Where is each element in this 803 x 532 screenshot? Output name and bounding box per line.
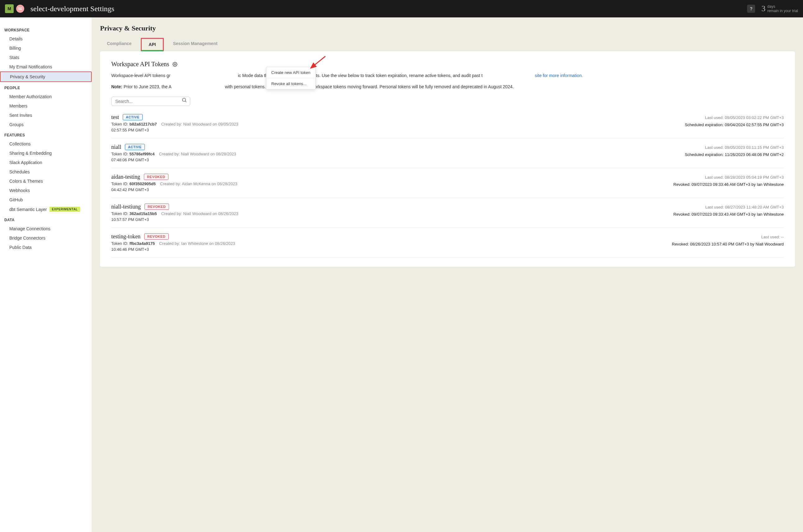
- sidebar-item-label: Manage Connections: [9, 226, 50, 231]
- status-badge: ACTIVE: [123, 114, 142, 120]
- sidebar-item-label: Billing: [9, 46, 21, 51]
- token-row[interactable]: aidan-testingREVOKEDToken ID: 60f3502905…: [111, 168, 784, 198]
- sidebar-item[interactable]: Slack Application: [0, 158, 92, 167]
- sidebar-item-label: Sent Invites: [9, 113, 32, 118]
- token-row[interactable]: testing-tokenREVOKEDToken ID: ffbc3a4a91…: [111, 228, 784, 258]
- tab[interactable]: Session Management: [166, 38, 224, 51]
- token-meta: Token ID: 55786ef99fc4Created by: Niall …: [111, 152, 685, 156]
- sidebar-item[interactable]: dbt Semantic LayerEXPERIMENTAL: [0, 205, 92, 214]
- token-time: 10:57:57 PM GMT+3: [111, 217, 673, 222]
- sidebar-item[interactable]: Public Data: [0, 243, 92, 252]
- sidebar-heading: WORKSPACE: [0, 24, 92, 34]
- token-meta: Token ID: b82a61217cb7Created by: Niall …: [111, 122, 685, 127]
- sidebar-item[interactable]: Schedules: [0, 167, 92, 176]
- sidebar: WORKSPACEDetailsBillingStatsMy Email Not…: [0, 17, 92, 532]
- help-icon[interactable]: ?: [747, 5, 755, 13]
- token-time: 10:46:46 PM GMT+3: [111, 247, 672, 252]
- token-name: test: [111, 114, 119, 120]
- token-time: 04:42:42 PM GMT+3: [111, 187, 673, 192]
- sidebar-item[interactable]: Colors & Themes: [0, 176, 92, 186]
- token-list: testACTIVEToken ID: b82a61217cb7Created …: [111, 109, 784, 258]
- sidebar-item-label: dbt Semantic Layer: [9, 207, 47, 212]
- sidebar-item[interactable]: Bridge Connectors: [0, 233, 92, 243]
- status-badge: REVOKED: [145, 204, 169, 210]
- token-meta: Token ID: 60f3502905d5Created by: Aidan …: [111, 182, 673, 186]
- sidebar-item-label: Members: [9, 103, 27, 109]
- status-badge: REVOKED: [144, 233, 169, 240]
- sidebar-item[interactable]: Billing: [0, 43, 92, 53]
- token-meta: Token ID: ffbc3a4a9175Created by: Ian Wh…: [111, 241, 672, 246]
- token-right-info: Last used: --Revoked: 08/26/2023 10:57:4…: [672, 233, 784, 252]
- main-heading: Privacy & Security: [100, 24, 795, 32]
- sidebar-item-label: Member Authorization: [9, 94, 52, 99]
- token-row[interactable]: niall-testiungREVOKEDToken ID: 362ad15a1…: [111, 198, 784, 228]
- token-row[interactable]: testACTIVEToken ID: b82a61217cb7Created …: [111, 109, 784, 138]
- revoke-all-menu-item[interactable]: Revoke all tokens...: [266, 78, 316, 89]
- sidebar-item-label: Groups: [9, 122, 24, 127]
- section-title: Workspace API Tokens: [111, 61, 784, 68]
- token-right-info: Last used: 08/28/2023 05:04:19 PM GMT+3R…: [673, 174, 784, 192]
- token-right-info: Last used: 09/05/2023 03:11:15 PM GMT+3S…: [685, 144, 784, 162]
- gear-icon[interactable]: [172, 62, 177, 67]
- sidebar-item-label: Slack Application: [9, 160, 42, 165]
- sidebar-item[interactable]: Stats: [0, 53, 92, 62]
- trial-status[interactable]: 3 days remain in your trial: [761, 4, 798, 13]
- search-input[interactable]: [111, 97, 190, 106]
- sidebar-item[interactable]: Sharing & Embedding: [0, 149, 92, 158]
- tab[interactable]: Compliance: [100, 38, 138, 51]
- sidebar-item-label: Details: [9, 36, 23, 41]
- sidebar-item-label: GitHub: [9, 197, 23, 202]
- svg-point-1: [183, 98, 186, 101]
- tabs: ComplianceAPISession Management: [100, 38, 795, 51]
- sidebar-item-label: Privacy & Security: [10, 74, 45, 79]
- sidebar-item-label: Bridge Connectors: [9, 235, 45, 241]
- tab[interactable]: API: [141, 38, 164, 51]
- sidebar-item-label: Colors & Themes: [9, 179, 43, 184]
- token-right-info: Last used: 09/05/2023 03:02:22 PM GMT+3S…: [685, 114, 784, 132]
- description-text: Workspace-level API tokens grxxxxxxxxxxx…: [111, 72, 784, 79]
- experimental-badge: EXPERIMENTAL: [50, 207, 80, 212]
- logo-icon[interactable]: M: [5, 4, 14, 13]
- token-time: 07:48:06 PM GMT+3: [111, 157, 685, 162]
- topbar: M SE select-development Settings ? 3 day…: [0, 0, 803, 17]
- create-token-menu-item[interactable]: Create new API token: [266, 67, 316, 78]
- sidebar-item[interactable]: Privacy & Security: [0, 72, 92, 82]
- sidebar-item[interactable]: Members: [0, 101, 92, 111]
- note-text: Note: Prior to June 2023, the Axxxxxxxxx…: [111, 83, 784, 90]
- sidebar-item[interactable]: GitHub: [0, 195, 92, 205]
- trial-days-number: 3: [761, 4, 765, 13]
- sidebar-item-label: My Email Notifications: [9, 64, 52, 69]
- sidebar-item-label: Stats: [9, 55, 19, 60]
- sidebar-item[interactable]: Manage Connections: [0, 224, 92, 233]
- sidebar-item[interactable]: Collections: [0, 139, 92, 149]
- sidebar-heading: DATA: [0, 214, 92, 224]
- token-time: 02:57:55 PM GMT+3: [111, 128, 685, 132]
- search-wrap: [111, 97, 784, 106]
- avatar[interactable]: SE: [16, 5, 24, 13]
- token-name: niall-testiung: [111, 204, 141, 210]
- search-icon: [181, 97, 187, 103]
- status-badge: REVOKED: [144, 174, 168, 180]
- svg-point-0: [174, 64, 176, 65]
- sidebar-item[interactable]: Sent Invites: [0, 111, 92, 120]
- sidebar-item-label: Webhooks: [9, 188, 30, 193]
- sidebar-item[interactable]: My Email Notifications: [0, 62, 92, 72]
- sidebar-item[interactable]: Webhooks: [0, 186, 92, 195]
- sidebar-heading: PEOPLE: [0, 82, 92, 92]
- sidebar-heading: FEATURES: [0, 129, 92, 139]
- token-name: testing-token: [111, 233, 140, 240]
- more-info-link[interactable]: site for more information.: [535, 73, 583, 78]
- main-content: Privacy & Security ComplianceAPISession …: [92, 17, 803, 532]
- sidebar-item[interactable]: Details: [0, 34, 92, 43]
- sidebar-item[interactable]: Groups: [0, 120, 92, 129]
- trial-days-label: days remain in your trial: [767, 4, 798, 13]
- sidebar-item-label: Public Data: [9, 245, 32, 250]
- svg-line-2: [185, 101, 186, 102]
- token-row[interactable]: niallACTIVEToken ID: 55786ef99fc4Created…: [111, 138, 784, 168]
- sidebar-item-label: Schedules: [9, 169, 30, 174]
- token-meta: Token ID: 362ad15a15b5Created by: Niall …: [111, 211, 673, 216]
- token-name: niall: [111, 144, 121, 150]
- sidebar-item-label: Sharing & Embedding: [9, 151, 52, 156]
- sidebar-item[interactable]: Member Authorization: [0, 92, 92, 101]
- page-title: select-development Settings: [31, 5, 114, 13]
